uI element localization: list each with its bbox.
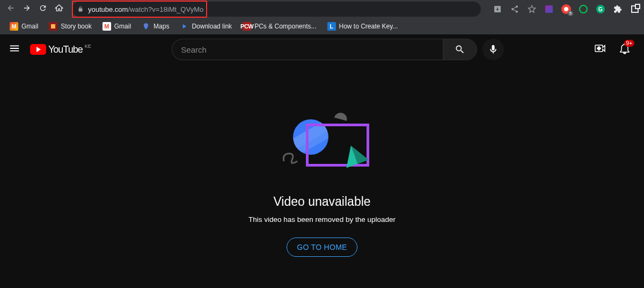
bookmark-label: Gmail bbox=[21, 23, 38, 30]
notifications-button[interactable]: 9+ bbox=[618, 42, 631, 57]
address-bar[interactable]: youtube.com/watch?v=18iMt_QVyMo bbox=[72, 2, 481, 17]
extensions-icon[interactable] bbox=[613, 4, 623, 14]
notification-badge: 9+ bbox=[624, 40, 634, 47]
l-icon bbox=[327, 22, 336, 31]
bookmark-gmail[interactable]: Gmail bbox=[5, 20, 42, 33]
youtube-logo[interactable]: YouTube KE bbox=[30, 44, 83, 55]
logo-text: YouTube bbox=[48, 44, 83, 55]
url-path: /watch?v=18iMt_QVyMo bbox=[128, 5, 203, 13]
share-icon[interactable] bbox=[510, 4, 519, 14]
bookmark-pcw[interactable]: PCs & Components... bbox=[238, 20, 320, 33]
youtube-app: YouTube KE 9+ bbox=[0, 34, 644, 288]
search-icon bbox=[455, 44, 465, 55]
bookmark-download[interactable]: Download link bbox=[175, 20, 236, 33]
chrome-right-icons: 5 G bbox=[493, 4, 640, 14]
error-illustration bbox=[274, 111, 370, 181]
install-app-icon[interactable] bbox=[493, 4, 502, 14]
lock-icon bbox=[77, 6, 84, 12]
storybook-icon bbox=[49, 22, 57, 31]
bookmark-star-icon[interactable] bbox=[527, 4, 537, 14]
gmail-icon bbox=[103, 22, 111, 31]
svg-point-0 bbox=[145, 25, 147, 26]
create-button[interactable] bbox=[594, 42, 606, 57]
extension-grammarly[interactable]: G bbox=[596, 4, 605, 14]
nav-buttons bbox=[6, 4, 63, 15]
search-form bbox=[172, 39, 477, 60]
bookmark-label: Maps bbox=[153, 23, 169, 30]
url-text: youtube.com/watch?v=18iMt_QVyMo bbox=[88, 5, 203, 13]
header-right: 9+ bbox=[594, 42, 635, 57]
window-controls-icon[interactable] bbox=[630, 4, 640, 14]
error-container: Video unavailable This video has been re… bbox=[0, 64, 644, 257]
error-title: Video unavailable bbox=[273, 195, 370, 209]
maps-icon bbox=[142, 22, 150, 31]
bookmark-label: Download link bbox=[192, 23, 232, 30]
bookmark-label: PCs & Components... bbox=[254, 23, 316, 30]
address-row: youtube.com/watch?v=18iMt_QVyMo 5 G bbox=[0, 0, 644, 18]
extension-feather[interactable] bbox=[544, 4, 554, 14]
bookmark-maps[interactable]: Maps bbox=[137, 20, 173, 33]
shape-squiggle bbox=[281, 145, 303, 169]
search-button[interactable] bbox=[443, 39, 477, 60]
bookmark-howto[interactable]: How to Create Key... bbox=[323, 20, 402, 33]
url-host: youtube.com bbox=[88, 5, 128, 13]
bookmarks-bar: Gmail Story book Gmail Maps Download lin… bbox=[0, 18, 644, 34]
bookmark-label: Gmail bbox=[114, 23, 131, 30]
bookmark-label: How to Create Key... bbox=[339, 23, 398, 30]
youtube-play-icon bbox=[30, 44, 46, 55]
bookmark-storybook[interactable]: Story book bbox=[45, 20, 96, 33]
header-center bbox=[172, 39, 504, 60]
header-left: YouTube KE bbox=[9, 42, 83, 56]
pcw-icon bbox=[243, 22, 251, 31]
home-button[interactable] bbox=[55, 4, 63, 15]
search-input[interactable] bbox=[172, 39, 443, 60]
youtube-header: YouTube KE 9+ bbox=[0, 34, 644, 64]
bookmark-label: Story book bbox=[61, 23, 91, 30]
download-icon bbox=[180, 22, 188, 31]
extension-green-ring[interactable] bbox=[579, 4, 588, 14]
error-subtitle: This video has been removed by the uploa… bbox=[248, 215, 396, 224]
extension-red-circle[interactable]: 5 bbox=[561, 4, 571, 14]
back-button[interactable] bbox=[6, 4, 15, 15]
voice-search-button[interactable] bbox=[482, 39, 504, 60]
browser-chrome: youtube.com/watch?v=18iMt_QVyMo 5 G Gmai… bbox=[0, 0, 644, 34]
extension-badge: 5 bbox=[568, 11, 573, 16]
shape-semicircle bbox=[334, 111, 348, 121]
forward-button[interactable] bbox=[23, 4, 31, 15]
bookmark-gmail2[interactable]: Gmail bbox=[98, 20, 135, 33]
menu-button[interactable] bbox=[9, 42, 20, 56]
microphone-icon bbox=[488, 44, 499, 55]
country-code: KE bbox=[85, 44, 91, 49]
go-home-button[interactable]: GO TO HOME bbox=[287, 237, 357, 257]
gmail-icon bbox=[10, 22, 18, 31]
reload-button[interactable] bbox=[39, 4, 47, 15]
